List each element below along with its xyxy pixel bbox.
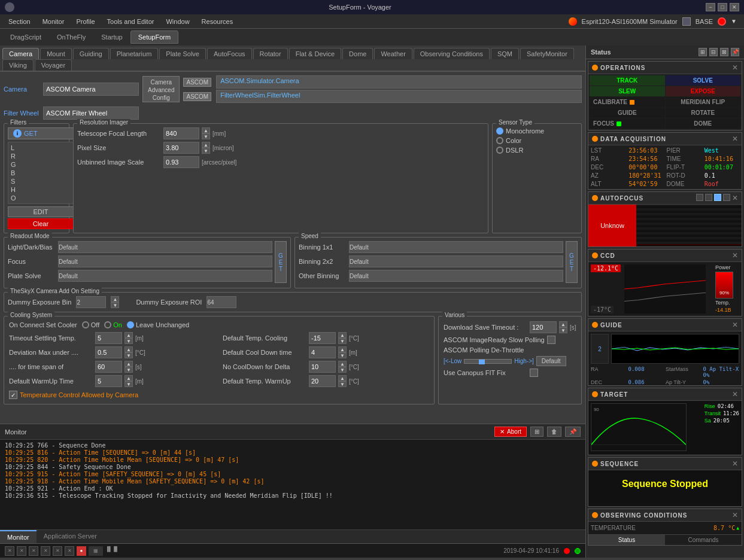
af-close[interactable]: ✕ bbox=[732, 194, 738, 202]
warmup-input[interactable] bbox=[95, 375, 122, 387]
download-input[interactable] bbox=[530, 321, 557, 333]
warmup-up[interactable]: ▲ bbox=[124, 375, 133, 381]
pixel-spinner[interactable]: ▲ ▼ bbox=[202, 142, 210, 154]
camera-config-btn[interactable]: CameraAdvancedConfig bbox=[142, 76, 180, 102]
polling-slider[interactable] bbox=[464, 359, 512, 364]
guide-close[interactable]: ✕ bbox=[732, 321, 738, 329]
seq-close[interactable]: ✕ bbox=[732, 459, 738, 468]
speed-get-btn[interactable]: GET bbox=[566, 241, 578, 283]
readout-get-btn[interactable]: GET bbox=[275, 241, 287, 283]
ops-guide[interactable]: GUIDE bbox=[590, 108, 665, 118]
timeout-spinner[interactable]: ▲ ▼ bbox=[124, 332, 133, 344]
tab-autofocus[interactable]: AutoFocus bbox=[207, 48, 252, 59]
cooldown-down[interactable]: ▼ bbox=[338, 352, 347, 358]
menu-section[interactable]: Section bbox=[2, 17, 37, 26]
ascom-imageready-checkbox[interactable] bbox=[547, 336, 555, 344]
dummy-bin-down[interactable]: ▼ bbox=[111, 302, 119, 308]
da-close[interactable]: ✕ bbox=[732, 135, 738, 143]
nocooldown-spinner[interactable]: ▲ ▼ bbox=[338, 361, 347, 373]
maximize-btn[interactable]: □ bbox=[718, 3, 727, 11]
obs-tab-commands[interactable]: Commands bbox=[665, 535, 742, 545]
filters-edit-btn[interactable]: EDIT bbox=[8, 206, 74, 217]
tab-guiding[interactable]: Guiding bbox=[73, 48, 109, 59]
tab-dragscript[interactable]: DragScript bbox=[2, 31, 49, 44]
monitor-pin-btn[interactable]: 📌 bbox=[565, 427, 581, 437]
tab-onthefly[interactable]: OnTheFly bbox=[49, 31, 93, 44]
mon-tab-monitor[interactable]: Monitor bbox=[0, 530, 37, 543]
tab-planetarium[interactable]: Planetarium bbox=[110, 48, 159, 59]
timeout-up[interactable]: ▲ bbox=[124, 332, 133, 338]
focal-length-input[interactable] bbox=[163, 127, 199, 139]
tab-sqm[interactable]: SQM bbox=[491, 48, 519, 59]
download-down[interactable]: ▼ bbox=[559, 327, 567, 333]
nocooldown-down[interactable]: ▼ bbox=[338, 367, 347, 373]
speed-b1-select[interactable]: Default bbox=[349, 241, 563, 253]
readout-ldb-select[interactable]: Default bbox=[58, 241, 272, 253]
warmup-spinner[interactable]: ▲ ▼ bbox=[124, 375, 133, 387]
camera-select[interactable]: ASCOM Camera bbox=[43, 83, 139, 96]
pixel-size-input[interactable] bbox=[163, 142, 199, 154]
ops-close[interactable]: ✕ bbox=[732, 63, 738, 72]
tab-rotator[interactable]: Rotator bbox=[253, 48, 288, 59]
ops-meridian[interactable]: MERIDIAN FLIP bbox=[666, 97, 741, 107]
status-btn-1[interactable]: ⊞ bbox=[699, 48, 707, 56]
ops-dome[interactable]: DOME bbox=[666, 118, 741, 129]
radio-leave-input[interactable] bbox=[127, 321, 134, 328]
speed-ob-select[interactable]: Default bbox=[349, 270, 563, 282]
tab-setupform[interactable]: SetupForm bbox=[130, 31, 178, 44]
tab-voyager[interactable]: Voyager bbox=[35, 59, 72, 71]
readout-ps-select[interactable]: Default bbox=[58, 270, 272, 282]
readout-focus-select[interactable]: Default bbox=[58, 255, 272, 267]
deviation-input[interactable] bbox=[95, 346, 122, 358]
fw-select[interactable]: ASCOM Filter Wheel bbox=[43, 106, 139, 120]
def-warmup-input[interactable] bbox=[309, 375, 336, 387]
radio-on-input[interactable] bbox=[104, 321, 111, 328]
af-btn-4[interactable] bbox=[723, 194, 730, 201]
tab-safetymonitor[interactable]: SafetyMonitor bbox=[520, 48, 574, 59]
ops-rotate[interactable]: ROTATE bbox=[666, 108, 741, 118]
ops-slew[interactable]: SLEW bbox=[590, 86, 665, 96]
obs-tab-status[interactable]: Status bbox=[588, 535, 665, 545]
filters-get-btn[interactable]: i GET bbox=[8, 127, 74, 139]
deviation-spinner[interactable]: ▲ ▼ bbox=[124, 346, 133, 358]
def-cool-up[interactable]: ▲ bbox=[338, 332, 347, 338]
tab-startup[interactable]: Startup bbox=[93, 31, 130, 44]
right-scroll[interactable]: Status ⊞ ⊟ ⊠ 📌 OPERATIONS ✕ bbox=[586, 45, 744, 558]
deviation-up[interactable]: ▲ bbox=[124, 346, 133, 352]
focal-length-spinner[interactable]: ▲ ▼ bbox=[202, 127, 210, 139]
download-up[interactable]: ▲ bbox=[559, 321, 567, 327]
filters-clear-btn[interactable]: Clear bbox=[8, 218, 74, 229]
af-btn-3[interactable] bbox=[714, 194, 721, 201]
download-spinner[interactable]: ▲ ▼ bbox=[559, 321, 567, 333]
speed-b2-select[interactable]: Default bbox=[349, 255, 563, 267]
def-warmup-spinner[interactable]: ▲ ▼ bbox=[338, 375, 347, 387]
target-close[interactable]: ✕ bbox=[732, 390, 738, 398]
default-cooling-input[interactable] bbox=[309, 332, 336, 344]
radio-color-input[interactable] bbox=[496, 137, 503, 144]
ops-focus[interactable]: FOCUS bbox=[590, 118, 665, 129]
menu-resources[interactable]: Resources bbox=[196, 17, 239, 26]
nocooldown-up[interactable]: ▲ bbox=[338, 361, 347, 367]
tab-observing[interactable]: Observing Conditions bbox=[414, 48, 490, 59]
dummy-roi-select[interactable]: 64 bbox=[207, 296, 236, 308]
focal-down[interactable]: ▼ bbox=[202, 133, 210, 139]
ops-calibrate[interactable]: CALIBRATE bbox=[590, 97, 665, 107]
radio-mono-input[interactable] bbox=[496, 127, 503, 135]
deviation-down[interactable]: ▼ bbox=[124, 352, 133, 358]
af-btn-1[interactable] bbox=[696, 194, 703, 201]
obs-close[interactable]: ✕ bbox=[732, 511, 738, 519]
dummy-bin-up[interactable]: ▲ bbox=[111, 296, 119, 302]
focal-up[interactable]: ▲ bbox=[202, 127, 210, 133]
dummy-bin-select[interactable]: 2 bbox=[76, 296, 106, 308]
warmup-down[interactable]: ▼ bbox=[124, 381, 133, 387]
close-btn[interactable]: ✕ bbox=[730, 3, 739, 11]
menu-monitor[interactable]: Monitor bbox=[37, 17, 71, 26]
def-warmup-down[interactable]: ▼ bbox=[338, 381, 347, 387]
timespan-up[interactable]: ▲ bbox=[124, 361, 133, 367]
menu-profile[interactable]: Profile bbox=[70, 17, 101, 26]
tab-camera[interactable]: Camera bbox=[2, 48, 39, 59]
tab-platesolve[interactable]: Plate Solve bbox=[159, 48, 206, 59]
timespan-down[interactable]: ▼ bbox=[124, 367, 133, 373]
cooldown-time-input[interactable] bbox=[309, 346, 336, 358]
default-btn[interactable]: Default bbox=[536, 356, 566, 366]
